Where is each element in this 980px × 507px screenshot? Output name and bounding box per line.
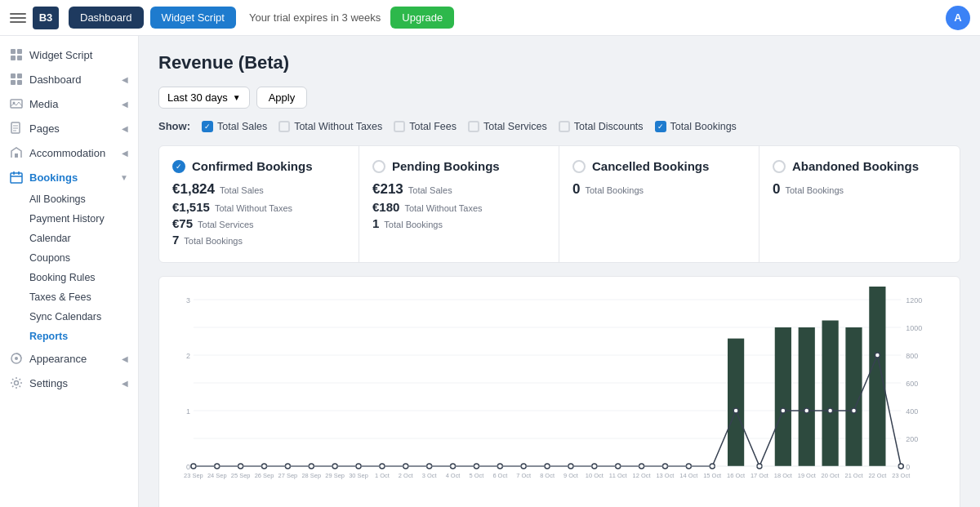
- sidebar-sub-item-taxes-fees[interactable]: Taxes & Fees: [0, 287, 138, 307]
- toggle-check-fees: [394, 121, 405, 132]
- svg-text:12 Oct: 12 Oct: [633, 472, 652, 479]
- abandoned-title: Abandoned Bookings: [792, 159, 919, 173]
- date-select-label: Last 30 days: [167, 91, 228, 104]
- svg-point-68: [852, 408, 857, 413]
- svg-point-63: [733, 408, 738, 413]
- confirmed-bookings-value: 7: [172, 233, 179, 247]
- pending-check: [372, 160, 385, 173]
- chevron-icon: ◀: [122, 149, 128, 158]
- trial-text: Your trial expires in 3 weeks: [249, 11, 381, 24]
- svg-point-67: [828, 408, 833, 413]
- abandoned-check: [773, 160, 786, 173]
- sidebar-item-label: Dashboard: [29, 73, 82, 86]
- sidebar-item-label: Pages: [29, 122, 60, 135]
- svg-text:0: 0: [906, 463, 910, 471]
- cancelled-bookings-card[interactable]: Cancelled Bookings 0 Total Bookings: [559, 146, 760, 262]
- svg-text:23 Oct: 23 Oct: [892, 472, 911, 479]
- confirmed-title: Confirmed Bookings: [192, 159, 313, 173]
- avatar[interactable]: A: [946, 6, 970, 30]
- toggle-check-services: [468, 121, 479, 132]
- sidebar-item-widget-script[interactable]: Widget Script: [0, 42, 138, 67]
- pending-bookings-card[interactable]: Pending Bookings €213 Total Sales €180 T…: [359, 146, 559, 262]
- cancelled-bookings-value: 0: [572, 181, 580, 198]
- revenue-chart: 020040060080010001200012323 Sep24 Sep25 …: [169, 287, 950, 499]
- sidebar-item-bookings[interactable]: Bookings ▼: [0, 165, 138, 189]
- svg-text:3: 3: [186, 296, 190, 305]
- dashboard-button[interactable]: Dashboard: [69, 7, 144, 29]
- pending-title: Pending Bookings: [392, 159, 500, 173]
- svg-rect-37: [822, 321, 839, 467]
- pending-without-taxes-label: Total Without Taxes: [404, 203, 482, 213]
- chevron-icon: ◀: [122, 354, 128, 363]
- logo: B3: [33, 7, 59, 29]
- toggle-total-sales[interactable]: ✓ Total Sales: [202, 121, 267, 132]
- toggle-check-total-sales: ✓: [202, 121, 213, 132]
- svg-rect-5: [17, 73, 22, 78]
- toggle-check-bookings: ✓: [655, 121, 666, 132]
- page-title: Revenue (Beta): [158, 52, 960, 73]
- sidebar-sub-item-sync-calendars[interactable]: Sync Calendars: [0, 307, 138, 327]
- confirmed-total-sales-label: Total Sales: [220, 185, 264, 195]
- pending-bookings-label: Total Bookings: [384, 220, 443, 229]
- toggle-total-services[interactable]: Total Services: [468, 121, 547, 132]
- abandoned-bookings-card[interactable]: Abandoned Bookings 0 Total Bookings: [760, 146, 960, 262]
- sidebar-item-accommodation[interactable]: Accommodation ◀: [0, 140, 138, 165]
- upgrade-button[interactable]: Upgrade: [390, 7, 454, 29]
- svg-text:30 Sep: 30 Sep: [349, 472, 368, 479]
- svg-text:28 Sep: 28 Sep: [301, 472, 321, 479]
- cancelled-bookings-label: Total Bookings: [585, 185, 644, 195]
- svg-text:27 Sep: 27 Sep: [278, 472, 298, 479]
- sidebar-sub-item-reports[interactable]: Reports: [0, 327, 138, 346]
- toggle-total-without-taxes[interactable]: Total Without Taxes: [278, 121, 382, 132]
- bookings-icon: [10, 171, 23, 184]
- svg-rect-11: [15, 153, 18, 158]
- sidebar-item-dashboard[interactable]: Dashboard ◀: [0, 67, 138, 91]
- svg-rect-3: [17, 56, 22, 60]
- sidebar-item-appearance[interactable]: Appearance ◀: [0, 346, 138, 371]
- svg-text:18 Oct: 18 Oct: [774, 472, 793, 479]
- sidebar-item-label: Accommodation: [29, 147, 105, 159]
- sidebar-sub-item-booking-rules[interactable]: Booking Rules: [0, 268, 138, 287]
- dashboard-icon: [10, 73, 23, 86]
- svg-text:17 Oct: 17 Oct: [751, 472, 769, 479]
- svg-text:800: 800: [906, 352, 918, 360]
- settings-icon: [10, 376, 23, 389]
- toggle-total-fees[interactable]: Total Fees: [394, 121, 457, 132]
- chart-area: 020040060080010001200012323 Sep24 Sep25 …: [158, 276, 960, 507]
- sidebar-sub-item-all-bookings[interactable]: All Bookings: [0, 189, 138, 209]
- sidebar-sub-item-coupons[interactable]: Coupons: [0, 248, 138, 268]
- confirmed-services-label: Total Services: [198, 220, 253, 229]
- confirmed-bookings-card[interactable]: Confirmed Bookings €1,824 Total Sales €1…: [159, 146, 359, 262]
- widget-icon: [10, 48, 23, 61]
- svg-rect-6: [11, 80, 16, 85]
- svg-text:2: 2: [186, 352, 190, 360]
- svg-rect-4: [11, 73, 16, 78]
- main-content: Revenue (Beta) Last 30 days ▼ Apply Show…: [139, 36, 980, 507]
- sidebar-item-media[interactable]: Media ◀: [0, 91, 138, 116]
- sidebar-item-label: Widget Script: [29, 49, 92, 61]
- svg-text:26 Sep: 26 Sep: [255, 472, 274, 479]
- sidebar-sub-item-calendar[interactable]: Calendar: [0, 229, 138, 248]
- svg-text:20 Oct: 20 Oct: [822, 472, 840, 479]
- toggle-total-bookings[interactable]: ✓ Total Bookings: [655, 121, 737, 132]
- svg-text:5 Oct: 5 Oct: [470, 472, 485, 479]
- svg-text:0: 0: [186, 463, 190, 471]
- menu-icon[interactable]: [10, 10, 26, 26]
- svg-rect-35: [775, 327, 791, 466]
- svg-rect-12: [11, 173, 22, 183]
- pending-bookings-value: 1: [372, 216, 379, 230]
- date-select[interactable]: Last 30 days ▼: [158, 87, 250, 109]
- sidebar-item-pages[interactable]: Pages ◀: [0, 116, 138, 140]
- sidebar-item-settings[interactable]: Settings ◀: [0, 371, 138, 395]
- abandoned-bookings-value: 0: [773, 181, 780, 198]
- abandoned-bookings-label: Total Bookings: [785, 185, 844, 195]
- confirmed-total-sales-value: €1,824: [172, 181, 215, 198]
- svg-text:9 Oct: 9 Oct: [564, 472, 579, 479]
- sidebar-sub-item-payment-history[interactable]: Payment History: [0, 209, 138, 229]
- sidebar: Widget Script Dashboard ◀ Media ◀: [0, 36, 139, 507]
- svg-text:1 Oct: 1 Oct: [375, 472, 390, 479]
- apply-button[interactable]: Apply: [256, 87, 308, 109]
- widget-script-button[interactable]: Widget Script: [150, 7, 236, 29]
- svg-rect-0: [11, 49, 16, 54]
- toggle-total-discounts[interactable]: Total Discounts: [559, 121, 644, 132]
